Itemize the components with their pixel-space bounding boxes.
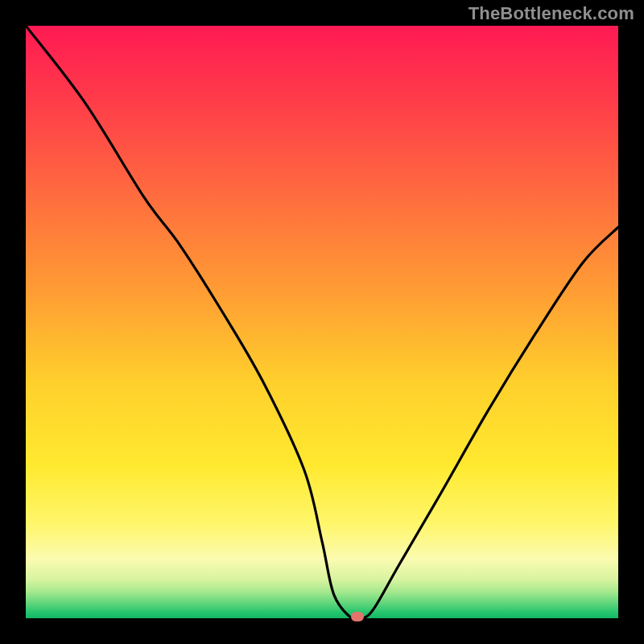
- chart-frame: TheBottleneck.com: [0, 0, 644, 644]
- background-gradient: [26, 26, 618, 618]
- minimum-marker: [351, 612, 364, 621]
- watermark-text: TheBottleneck.com: [469, 3, 634, 24]
- plot-area: [26, 26, 618, 618]
